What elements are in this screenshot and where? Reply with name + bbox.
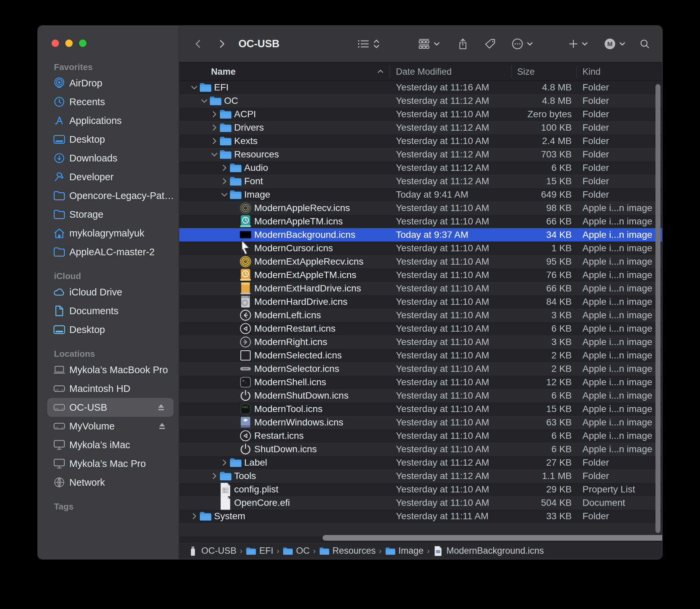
disclosure-closed-icon[interactable]: [210, 110, 219, 119]
file-row-image[interactable]: ImageToday at 9:41 AM649 KBFolder: [179, 188, 663, 201]
sort-ascending-icon[interactable]: [376, 62, 385, 81]
column-date-modified[interactable]: Date Modified: [396, 62, 452, 81]
sidebar-item-applications[interactable]: Applications: [38, 111, 179, 130]
column-size[interactable]: Size: [517, 62, 535, 81]
sidebar-item-airdrop[interactable]: AirDrop: [38, 74, 179, 92]
close-button[interactable]: [52, 39, 59, 47]
file-row-modernextapplerecv-icns[interactable]: ModernExtAppleRecv.icnsYesterday at 11:1…: [179, 255, 663, 268]
back-button[interactable]: [193, 26, 203, 62]
sidebar-item-storage[interactable]: Storage: [38, 205, 179, 224]
eject-icon[interactable]: [157, 403, 165, 412]
horizontal-scrollbar[interactable]: [322, 535, 663, 541]
sidebar-item-mykolagrymalyuk[interactable]: mykolagrymalyuk: [38, 224, 179, 243]
tag-button[interactable]: [485, 26, 496, 62]
file-row-moderncursor-icns[interactable]: ModernCursor.icnsYesterday at 11:10 AM1 …: [179, 242, 663, 255]
minimize-button[interactable]: [65, 39, 73, 47]
sidebar-item-applealc-master-2[interactable]: AppleALC-master-2: [38, 243, 179, 261]
disclosure-closed-icon[interactable]: [190, 512, 198, 521]
file-size: 3 KB: [507, 337, 572, 347]
path-item-oc-usb[interactable]: OC-USB: [188, 546, 237, 556]
file-row-shutdown-icns[interactable]: ShutDown.icnsYesterday at 11:10 AM6 KBAp…: [179, 442, 663, 456]
group-by-button[interactable]: [418, 26, 440, 62]
view-options-button[interactable]: [357, 26, 380, 62]
sidebar-item-mykola-s-macbook-pro[interactable]: Mykola’s MacBook Pro: [38, 361, 179, 379]
file-row-tools[interactable]: ToolsYesterday at 11:12 AM1.1 MBFolder: [179, 469, 663, 483]
account-button[interactable]: M: [604, 26, 626, 62]
path-item-resources[interactable]: Resources: [319, 546, 376, 556]
file-row-modernbackground-icns[interactable]: ModernBackground.icnsToday at 9:37 AM34 …: [179, 228, 663, 242]
disclosure-open-icon[interactable]: [190, 83, 198, 92]
sidebar-item-documents[interactable]: Documents: [38, 301, 179, 320]
file-row-kexts[interactable]: KextsYesterday at 11:10 AM2.4 MBFolder: [179, 134, 663, 148]
sidebar-item-opencore-legacy-pat-[interactable]: Opencore-Legacy-Pat…: [38, 186, 179, 205]
disclosure-open-icon[interactable]: [210, 150, 219, 159]
file-row-modernextappletm-icns[interactable]: ModernExtAppleTM.icnsYesterday at 11:10 …: [179, 268, 663, 282]
sidebar-item-recents[interactable]: Recents: [38, 92, 179, 111]
eject-icon[interactable]: [158, 422, 167, 431]
file-row-system[interactable]: SystemYesterday at 11:11 AM33 KBFolder: [179, 509, 663, 523]
sidebar-item-downloads[interactable]: Downloads: [38, 149, 179, 168]
file-row-modernselector-icns[interactable]: ModernSelector.icnsYesterday at 11:10 AM…: [179, 362, 663, 376]
forward-button[interactable]: [217, 26, 227, 62]
column-divider[interactable]: [577, 65, 577, 79]
file-row-moderntool-icns[interactable]: EXECModernTool.icnsYesterday at 11:10 AM…: [179, 402, 663, 416]
file-row-modernrestart-icns[interactable]: ModernRestart.icnsYesterday at 11:10 AM6…: [179, 322, 663, 335]
file-row-modernshell-icns[interactable]: >_ModernShell.icnsYesterday at 11:10 AM1…: [179, 376, 663, 389]
column-divider[interactable]: [511, 65, 512, 79]
zoom-button[interactable]: [79, 39, 86, 47]
vertical-scrollbar[interactable]: [655, 84, 661, 533]
file-row-modernleft-icns[interactable]: ModernLeft.icnsYesterday at 11:10 AM3 KB…: [179, 309, 663, 322]
file-row-modernextharddrive-icns[interactable]: ModernExtHardDrive.icnsYesterday at 11:1…: [179, 282, 663, 295]
file-row-audio[interactable]: AudioYesterday at 11:12 AM6 KBFolder: [179, 161, 663, 175]
sidebar-item-mykola-s-imac[interactable]: Mykola’s iMac: [38, 435, 179, 454]
file-row-resources[interactable]: ResourcesYesterday at 11:12 AM703 KBFold…: [179, 148, 663, 161]
disclosure-open-icon[interactable]: [200, 97, 209, 105]
column-name[interactable]: Name: [211, 62, 236, 81]
file-row-oc[interactable]: OCYesterday at 11:12 AM4.8 MBFolder: [179, 94, 663, 107]
path-item-efi[interactable]: EFI: [246, 546, 273, 556]
file-row-label[interactable]: LabelYesterday at 11:12 AM27 KBFolder: [179, 456, 663, 469]
disclosure-closed-icon[interactable]: [220, 458, 229, 467]
file-row-modernright-icns[interactable]: ModernRight.icnsYesterday at 11:10 AM3 K…: [179, 335, 663, 349]
path-item-modernbackground-icns[interactable]: ModernBackground.icns: [433, 546, 544, 556]
share-button[interactable]: [458, 26, 468, 62]
sidebar-item-mykola-s-mac-pro[interactable]: Mykola’s Mac Pro: [38, 454, 179, 473]
file-date-modified: Yesterday at 11:11 AM: [396, 511, 489, 522]
sidebar-item-macintosh-hd[interactable]: Macintosh HD: [38, 379, 179, 398]
more-actions-button[interactable]: [511, 26, 533, 62]
disclosure-closed-icon[interactable]: [210, 123, 219, 132]
sidebar-item-developer[interactable]: Developer: [38, 168, 179, 186]
disclosure-closed-icon[interactable]: [220, 177, 229, 186]
sidebar-item-icloud-drive[interactable]: iCloud Drive: [38, 283, 179, 301]
disclosure-closed-icon[interactable]: [210, 472, 219, 480]
file-row-restart-icns[interactable]: Restart.icnsYesterday at 11:10 AM6 KBApp…: [179, 429, 663, 442]
file-row-drivers[interactable]: DriversYesterday at 11:12 AM100 KBFolder: [179, 121, 663, 134]
sidebar-item-oc-usb[interactable]: OC-USB: [47, 398, 174, 417]
file-row-acpi[interactable]: ACPIYesterday at 11:10 AMZero bytesFolde…: [179, 107, 663, 121]
file-row-config-plist[interactable]: config.plistYesterday at 11:10 AM29 KBPr…: [179, 483, 663, 496]
sidebar-item-desktop[interactable]: Desktop: [38, 130, 179, 149]
disclosure-closed-icon[interactable]: [210, 137, 219, 145]
file-row-modernapplerecv-icns[interactable]: ModernAppleRecv.icnsYesterday at 11:10 A…: [179, 201, 663, 215]
search-button[interactable]: [640, 26, 650, 62]
sidebar-item-myvolume[interactable]: MyVolume: [38, 417, 179, 435]
disclosure-open-icon[interactable]: [220, 190, 229, 199]
file-row-modernappletm-icns[interactable]: ModernAppleTM.icnsYesterday at 11:10 AM6…: [179, 215, 663, 228]
file-size: 2.4 MB: [507, 136, 572, 146]
file-row-efi[interactable]: EFIYesterday at 11:16 AM4.8 MBFolder: [179, 81, 663, 94]
file-row-modernselected-icns[interactable]: ModernSelected.icnsYesterday at 11:10 AM…: [179, 349, 663, 362]
sidebar-item-desktop[interactable]: Desktop: [38, 320, 179, 339]
column-divider[interactable]: [389, 65, 390, 79]
file-row-font[interactable]: FontYesterday at 11:12 AM15 KBFolder: [179, 175, 663, 188]
tool-icon: EXEC: [240, 403, 251, 415]
file-row-modernharddrive-icns[interactable]: ModernHardDrive.icnsYesterday at 11:10 A…: [179, 295, 663, 309]
column-kind[interactable]: Kind: [582, 62, 600, 81]
path-item-oc[interactable]: OC: [283, 546, 310, 556]
file-row-modernwindows-icns[interactable]: ModernWindows.icnsYesterday at 11:10 AM6…: [179, 416, 663, 429]
add-button[interactable]: [568, 26, 589, 62]
disclosure-closed-icon[interactable]: [220, 163, 229, 172]
path-item-image[interactable]: Image: [385, 546, 424, 556]
file-row-modernshutdown-icns[interactable]: ModernShutDown.icnsYesterday at 11:10 AM…: [179, 389, 663, 402]
file-row-opencore-efi[interactable]: OpenCore.efiYesterday at 11:10 AM504 KBD…: [179, 496, 663, 509]
sidebar-item-network[interactable]: Network: [38, 473, 179, 492]
